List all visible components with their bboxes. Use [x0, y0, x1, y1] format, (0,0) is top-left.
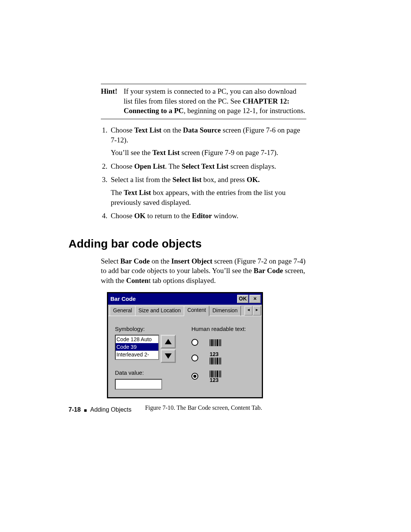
step-3: Select a list from the Select list box, …	[109, 175, 306, 207]
data-value-label: Data value:	[115, 369, 191, 377]
hint-text: If your system is connected to a PC, you…	[124, 86, 306, 116]
tab-scroll-left-icon[interactable]: ◂	[244, 306, 253, 316]
list-item[interactable]: Code 128 Auto	[116, 335, 158, 343]
tab-general[interactable]: General	[110, 306, 135, 316]
tab-scroll-right-icon[interactable]: ▸	[253, 306, 261, 316]
hrt-radio-above[interactable]	[191, 355, 198, 361]
hrt-radio-none[interactable]	[191, 339, 198, 346]
symbology-label: Symbology:	[115, 325, 191, 333]
barcode-text-below-icon: 123	[210, 370, 221, 383]
section-heading: Adding bar code objects	[68, 236, 346, 252]
footer-section: Adding Objects	[90, 406, 132, 413]
page-number: 7-18	[68, 406, 81, 413]
hint-text-post: , beginning on page 12-1, for instructio…	[184, 107, 305, 115]
step-1: Choose Text List on the Data Source scre…	[109, 125, 306, 158]
list-item[interactable]: Code 39	[116, 343, 158, 351]
steps-list: Choose Text List on the Data Source scre…	[101, 125, 306, 221]
barcode-text-above-icon: 123	[210, 351, 221, 364]
list-item[interactable]: Interleaved 2-	[116, 351, 158, 358]
list-down-button[interactable]	[161, 349, 176, 363]
triangle-down-icon	[165, 353, 172, 359]
hint-label: Hint!	[101, 86, 124, 116]
section-intro: Select Bar Code on the Insert Object scr…	[101, 256, 306, 286]
tab-size-location[interactable]: Size and Location	[135, 306, 184, 316]
diamond-icon: ◆	[82, 407, 89, 414]
triangle-up-icon	[165, 339, 172, 344]
hrt-radio-below[interactable]	[191, 373, 198, 380]
step-2: Choose Open List. The Select Text List s…	[109, 161, 306, 171]
dialog-title: Bar Code	[110, 295, 236, 303]
close-button[interactable]: ×	[249, 295, 261, 303]
dialog-tabs: General Size and Location Content Dimens…	[108, 305, 262, 316]
hint-block: Hint! If your system is connected to a P…	[101, 84, 306, 119]
tab-scroll: ◂ ▸	[244, 306, 261, 316]
hrt-label: Human readable text:	[191, 325, 256, 333]
step-4: Choose OK to return to the Editor window…	[109, 211, 306, 221]
data-value-input[interactable]	[115, 379, 162, 390]
page-footer: 7-18 ◆ Adding Objects	[68, 406, 132, 414]
ok-button[interactable]: OK	[237, 295, 249, 303]
dialog-titlebar: Bar Code OK ×	[108, 293, 262, 305]
tab-content[interactable]: Content	[184, 306, 209, 316]
barcode-only-icon	[210, 339, 221, 346]
figure-caption: Figure 7-10. The Bar Code screen, Conten…	[101, 404, 306, 412]
tab-dimension[interactable]: Dimension	[209, 306, 241, 316]
list-up-button[interactable]	[161, 335, 176, 348]
symbology-listbox[interactable]: Code 128 Auto Code 39 Interleaved 2-	[115, 335, 159, 360]
barcode-dialog: Bar Code OK × General Size and Location …	[107, 292, 263, 398]
